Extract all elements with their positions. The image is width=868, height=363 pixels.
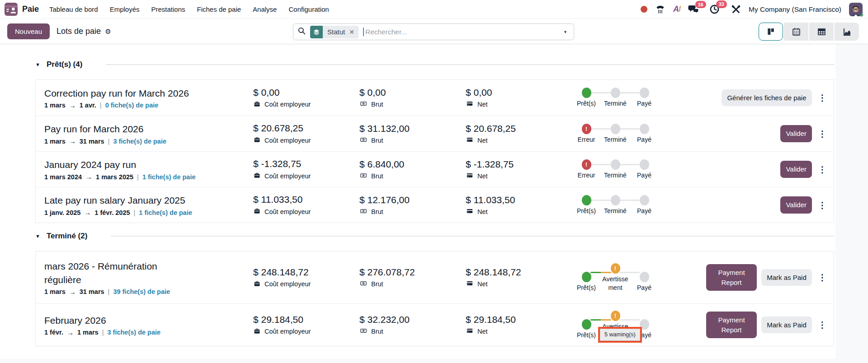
action-button-valider[interactable]: Valider bbox=[780, 161, 812, 178]
payrun-card[interactable]: January 2024 pay run1 mars 2024→1 mars 2… bbox=[36, 151, 834, 187]
kebab-menu-button[interactable]: ⋮ bbox=[816, 272, 828, 283]
action-button-valider[interactable]: Valider bbox=[780, 196, 812, 214]
action-button-mark-as-paid[interactable]: Mark as Paid bbox=[761, 269, 812, 286]
action-button-mark-as-paid[interactable]: Mark as Paid bbox=[761, 316, 812, 334]
status-dot-pending bbox=[640, 88, 649, 98]
credit-card-icon bbox=[466, 208, 474, 216]
menu-item-0[interactable]: Tableau de bord bbox=[43, 0, 104, 19]
view-pivot-button[interactable] bbox=[809, 23, 834, 41]
status-step-label: Payé bbox=[637, 207, 651, 215]
status-dot-pending bbox=[640, 272, 649, 282]
voip-phone-icon[interactable] bbox=[655, 4, 665, 14]
payrun-card[interactable]: Pay run for March 20261 mars→31 mars|3 f… bbox=[36, 116, 834, 151]
group-header[interactable]: ▼Terminé (2) bbox=[35, 228, 834, 244]
group-header[interactable]: ▼Prêt(s) (4) bbox=[35, 57, 834, 72]
app-name[interactable]: Paie bbox=[22, 5, 39, 14]
facet-remove-icon[interactable]: ✕ bbox=[349, 26, 359, 38]
credit-card-icon bbox=[466, 136, 474, 144]
payslips-link[interactable]: 39 fiche(s) de paie bbox=[113, 288, 170, 295]
payrun-card[interactable]: Late pay run salary January 20251 janv. … bbox=[36, 187, 834, 223]
payslips-link[interactable]: 0 fiche(s) de paie bbox=[105, 102, 159, 109]
status-dot-warning: ! bbox=[611, 311, 620, 321]
credit-card-icon bbox=[466, 100, 474, 108]
arrow-right-icon: → bbox=[84, 209, 91, 216]
payrun-card[interactable]: Correction pay run for March 20261 mars→… bbox=[36, 80, 834, 116]
view-kanban-button[interactable] bbox=[759, 23, 783, 41]
action-button-valider[interactable]: Valider bbox=[780, 125, 812, 142]
payroll-app-icon[interactable] bbox=[5, 3, 18, 16]
action-button-g-n-rer-les-fiches-de-paie[interactable]: Générer les fiches de paie bbox=[722, 89, 812, 107]
menu-item-3[interactable]: Fiches de paie bbox=[191, 0, 247, 19]
status-step-label: Terminé bbox=[604, 99, 627, 108]
search-dropdown-icon[interactable]: ▼ bbox=[561, 30, 570, 34]
messages-icon[interactable]: 16 bbox=[688, 5, 699, 14]
debug-tools-icon[interactable] bbox=[731, 5, 741, 14]
search-input[interactable]: Rechercher... bbox=[365, 28, 561, 36]
payrun-title-block: mars 2026 - Rémunération régulière1 mars… bbox=[44, 260, 253, 296]
arrow-right-icon: → bbox=[85, 173, 92, 181]
menu-item-2[interactable]: Prestations bbox=[145, 0, 191, 19]
status-step-pending: Payé bbox=[630, 88, 659, 108]
new-button[interactable]: Nouveau bbox=[7, 23, 50, 39]
menu-item-5[interactable]: Configuration bbox=[283, 0, 335, 19]
date-from: 1 mars bbox=[44, 102, 66, 109]
payrun-card[interactable]: mars 2026 - Rémunération régulière1 mars… bbox=[36, 251, 834, 303]
date-from: 1 janv. 2025 bbox=[44, 209, 80, 216]
briefcase-icon bbox=[253, 327, 261, 336]
collapse-arrow-icon[interactable]: ▼ bbox=[35, 62, 43, 67]
status-step-label: Payé bbox=[637, 135, 651, 144]
status-step-done: Prêt(s) bbox=[572, 195, 601, 215]
action-button-payment-report[interactable]: Payment Report bbox=[706, 312, 757, 339]
gear-icon[interactable]: ⚙ bbox=[105, 28, 111, 36]
user-avatar[interactable]: ✈ bbox=[849, 3, 863, 16]
view-calendar-button[interactable] bbox=[784, 23, 808, 41]
company-switcher[interactable]: My Company (San Francisco) bbox=[749, 5, 841, 14]
group-divider bbox=[106, 64, 834, 65]
payslips-link[interactable]: 3 fiche(s) de paie bbox=[113, 138, 166, 145]
kebab-menu-button[interactable]: ⋮ bbox=[816, 93, 828, 103]
view-graph-button[interactable] bbox=[835, 23, 859, 41]
search-bar[interactable]: Statut ✕ Rechercher... ▼ bbox=[293, 23, 574, 40]
payrun-title: February 2026 bbox=[44, 314, 249, 327]
arrow-right-icon: → bbox=[69, 288, 76, 296]
kebab-menu-button[interactable]: ⋮ bbox=[816, 320, 828, 330]
employer-cost-label-text: Coût employeur bbox=[264, 137, 311, 144]
status-dot-pending bbox=[640, 124, 649, 134]
net-amount: $ 29.184,50 bbox=[466, 314, 568, 325]
status-step-label: Erreur bbox=[578, 171, 595, 180]
kebab-menu-button[interactable]: ⋮ bbox=[816, 200, 828, 210]
status-stepper: Prêt(s)TerminéPayé bbox=[572, 195, 674, 215]
steps-track: Prêt(s)!AvertissementPayé bbox=[572, 263, 674, 292]
employer-cost-label-text: Coût employeur bbox=[264, 328, 311, 335]
collapse-arrow-icon[interactable]: ▼ bbox=[35, 233, 43, 239]
subtitle-separator: | bbox=[100, 102, 102, 109]
employer-cost-amount: $ 20.678,25 bbox=[253, 123, 356, 134]
status-step-pending: Terminé bbox=[601, 195, 630, 215]
kebab-menu-button[interactable]: ⋮ bbox=[816, 164, 828, 175]
employer-cost-column: $ 0,00Coût employeur bbox=[253, 87, 359, 109]
action-button-payment-report[interactable]: Payment Report bbox=[706, 264, 757, 291]
status-step-label: Prêt(s) bbox=[577, 99, 596, 108]
kanban-sheet: ▼Prêt(s) (4)Correction pay run for March… bbox=[0, 44, 835, 359]
briefcase-icon bbox=[253, 136, 261, 144]
gross-column: $ 31.132,00Brut bbox=[359, 123, 466, 144]
menu-item-4[interactable]: Analyse bbox=[247, 0, 283, 19]
status-stepper: Prêt(s)!AvertissementPayé bbox=[572, 263, 674, 292]
status-dot-pending bbox=[611, 159, 620, 170]
activities-clock-icon[interactable]: 33 bbox=[709, 4, 720, 14]
menu-item-1[interactable]: Employés bbox=[104, 0, 146, 19]
recording-indicator-icon[interactable] bbox=[641, 6, 647, 13]
payrun-card[interactable]: February 20261 févr.→1 mars|3 fiche(s) d… bbox=[36, 303, 834, 346]
payslips-link[interactable]: 1 fiche(s) de paie bbox=[139, 209, 192, 216]
status-step-pending: Terminé bbox=[601, 88, 630, 108]
kebab-menu-button[interactable]: ⋮ bbox=[816, 129, 828, 139]
ai-assistant-icon[interactable]: Al bbox=[673, 5, 680, 14]
net-label: Net bbox=[466, 136, 568, 144]
status-dot-warning: ! bbox=[611, 263, 620, 274]
net-label-text: Net bbox=[477, 172, 488, 180]
payslips-link[interactable]: 3 fiche(s) de paie bbox=[107, 329, 160, 336]
payslips-link[interactable]: 1 fiche(s) de paie bbox=[142, 173, 196, 181]
status-stepper: !ErreurTerminéPayé bbox=[572, 159, 674, 180]
gross-label-text: Brut bbox=[371, 137, 383, 144]
payrun-title-block: Late pay run salary January 20251 janv. … bbox=[44, 194, 253, 216]
